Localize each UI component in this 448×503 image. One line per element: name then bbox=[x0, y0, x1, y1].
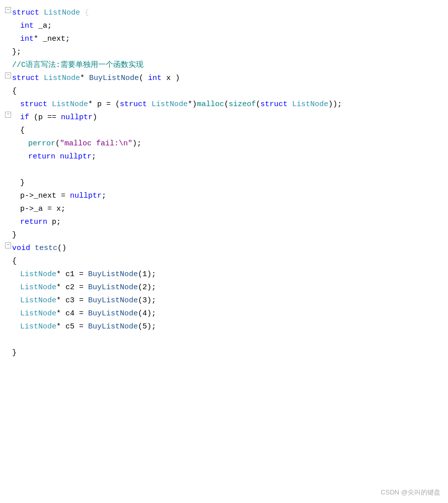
code-line-13 bbox=[4, 164, 448, 177]
line-21-text: ListNode* c1 = BuyListNode(1); bbox=[20, 269, 156, 281]
code-line-8: struct ListNode* p = (struct ListNode*)m… bbox=[4, 99, 448, 112]
line-2-text: int _a; bbox=[20, 20, 52, 32]
line-4-text: }; bbox=[12, 46, 21, 58]
code-line-19: − void testc() bbox=[4, 242, 448, 256]
code-content: − struct ListNode { int _a; int* _next; … bbox=[0, 4, 448, 363]
line-18-text: } bbox=[12, 229, 17, 241]
code-line-5: //C语言写法:需要单独用一个函数实现 bbox=[4, 59, 448, 72]
line-25-text: ListNode* c5 = BuyListNode(5); bbox=[20, 321, 156, 333]
fold-icon-6[interactable]: − bbox=[5, 72, 11, 78]
code-line-9: − if (p == nullptr) bbox=[4, 112, 448, 125]
code-line-21: ListNode* c1 = BuyListNode(1); bbox=[4, 269, 448, 282]
line-14-text: } bbox=[20, 177, 25, 189]
code-line-27: } bbox=[4, 347, 448, 360]
line-1-text: struct ListNode { bbox=[12, 7, 89, 19]
code-line-15: p->_next = nullptr; bbox=[4, 190, 448, 203]
fold-icon-1[interactable]: − bbox=[5, 7, 11, 13]
fold-indicator-1[interactable]: − bbox=[4, 7, 12, 13]
line-22-text: ListNode* c2 = BuyListNode(2); bbox=[20, 282, 156, 294]
fold-indicator-19[interactable]: − bbox=[4, 242, 12, 248]
code-line-17: return p; bbox=[4, 216, 448, 229]
line-12-text: return nullptr; bbox=[28, 151, 96, 163]
code-line-7: { bbox=[4, 86, 448, 99]
code-line-16: p->_a = x; bbox=[4, 203, 448, 216]
code-line-4: }; bbox=[4, 46, 448, 59]
code-line-22: ListNode* c2 = BuyListNode(2); bbox=[4, 282, 448, 295]
line-13-text bbox=[28, 164, 33, 176]
fold-icon-9[interactable]: − bbox=[5, 112, 11, 118]
code-line-18: } bbox=[4, 229, 448, 242]
code-editor: − struct ListNode { int _a; int* _next; … bbox=[0, 0, 448, 503]
code-line-20: { bbox=[4, 256, 448, 269]
code-line-23: ListNode* c3 = BuyListNode(3); bbox=[4, 295, 448, 308]
line-8-text: struct ListNode* p = (struct ListNode*)m… bbox=[20, 99, 342, 111]
line-15-text: p->_next = nullptr; bbox=[20, 190, 106, 202]
fold-icon-19[interactable]: − bbox=[5, 242, 11, 248]
line-10-text: { bbox=[20, 125, 25, 137]
line-11-text: perror("malloc fail:\n"); bbox=[28, 138, 141, 150]
line-20-text: { bbox=[12, 256, 17, 268]
line-6-text: struct ListNode* BuyListNode( int x ) bbox=[12, 72, 180, 85]
line-23-text: ListNode* c3 = BuyListNode(3); bbox=[20, 295, 156, 307]
line-24-text: ListNode* c4 = BuyListNode(4); bbox=[20, 308, 156, 320]
line-19-text: void testc() bbox=[12, 242, 66, 255]
line-27-text: } bbox=[12, 347, 17, 359]
line-9-text: if (p == nullptr) bbox=[20, 112, 97, 124]
line-7-text: { bbox=[12, 86, 17, 98]
code-line-10: { bbox=[4, 125, 448, 138]
fold-indicator-9[interactable]: − bbox=[4, 112, 12, 118]
code-line-14: } bbox=[4, 177, 448, 190]
code-line-25: ListNode* c5 = BuyListNode(5); bbox=[4, 321, 448, 334]
code-line-2: int _a; bbox=[4, 20, 448, 33]
code-line-11: perror("malloc fail:\n"); bbox=[4, 138, 448, 151]
line-5-text: //C语言写法:需要单独用一个函数实现 bbox=[12, 59, 143, 71]
code-line-24: ListNode* c4 = BuyListNode(4); bbox=[4, 308, 448, 321]
code-line-3: int* _next; bbox=[4, 33, 448, 46]
line-16-text: p->_a = x; bbox=[20, 203, 65, 215]
fold-indicator-6[interactable]: − bbox=[4, 72, 12, 78]
line-17-text: return p; bbox=[20, 216, 61, 228]
watermark-text: CSDN @尖叫的键盘 bbox=[381, 487, 440, 498]
code-line-12: return nullptr; bbox=[4, 151, 448, 164]
code-line-1: − struct ListNode { bbox=[4, 7, 448, 20]
line-26-text bbox=[12, 334, 17, 346]
code-line-6: − struct ListNode* BuyListNode( int x ) bbox=[4, 72, 448, 86]
line-3-text: int* _next; bbox=[20, 33, 70, 45]
code-line-26 bbox=[4, 334, 448, 347]
